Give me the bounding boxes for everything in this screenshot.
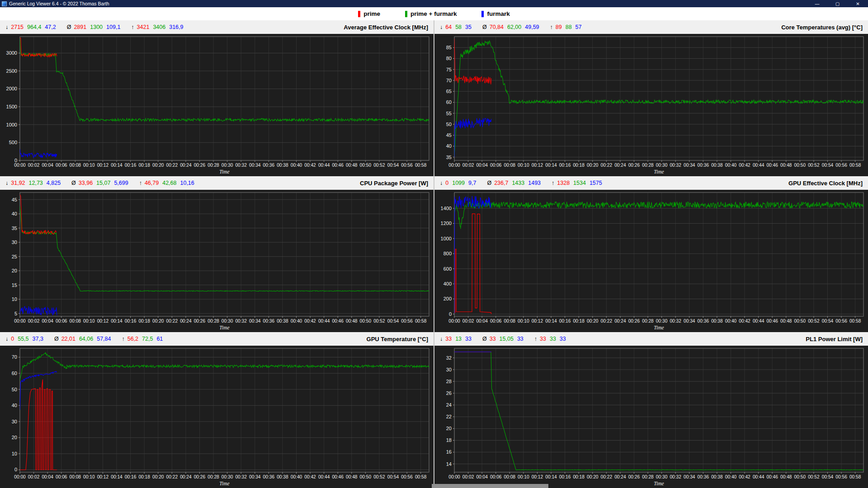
stats-bar: ↓ 2715 964,4 47,2 Ø 2891 1300 109,1 ↑ 34… [5, 24, 187, 30]
svg-text:00:22: 00:22 [601, 474, 613, 479]
stat-value: 1099 [452, 180, 465, 186]
stat-value: 5,699 [114, 180, 128, 186]
svg-text:15: 15 [12, 282, 17, 288]
svg-text:2000: 2000 [6, 86, 17, 91]
svg-text:00:32: 00:32 [235, 163, 247, 168]
stat-value: 42,68 [162, 180, 176, 186]
svg-text:00:36: 00:36 [263, 474, 275, 479]
chart-plot[interactable]: 00:0000:0200:0400:0600:0800:1000:1200:14… [0, 190, 434, 332]
svg-text:00:04: 00:04 [42, 163, 53, 168]
svg-text:25: 25 [12, 254, 17, 259]
svg-text:00:06: 00:06 [56, 163, 67, 168]
svg-text:1200: 1200 [441, 221, 452, 226]
svg-text:00:54: 00:54 [387, 319, 399, 324]
chart-plot[interactable]: 00:0000:0200:0400:0600:0800:1000:1200:14… [434, 34, 868, 176]
svg-text:00:16: 00:16 [125, 163, 137, 168]
svg-text:0: 0 [449, 311, 452, 317]
svg-text:00:56: 00:56 [401, 319, 413, 324]
svg-text:00:38: 00:38 [277, 474, 288, 479]
svg-text:00:16: 00:16 [559, 163, 571, 168]
legend-marker-icon [405, 11, 407, 17]
svg-text:1000: 1000 [6, 122, 17, 127]
chart-plot[interactable]: 00:0000:0200:0400:0600:0800:1000:1200:14… [434, 190, 868, 332]
stat-value: 1328 [557, 180, 570, 186]
svg-text:00:06: 00:06 [56, 474, 67, 479]
svg-text:00:30: 00:30 [222, 474, 233, 479]
svg-text:00:48: 00:48 [780, 319, 792, 324]
stat-value: 9,7 [468, 180, 476, 186]
chart-header: ↓ 0 1099 9,7 Ø 236,7 1433 1493 ↑ 1328 15… [434, 176, 868, 190]
svg-text:00:54: 00:54 [387, 474, 399, 479]
minimize-button[interactable]: — [807, 0, 827, 7]
stat-value: 57,84 [97, 336, 111, 342]
svg-text:00:04: 00:04 [476, 163, 488, 168]
svg-text:00:16: 00:16 [559, 474, 571, 479]
legend-item-prime: prime [358, 10, 380, 17]
svg-text:00:38: 00:38 [711, 319, 723, 324]
max-symbol: ↑ [131, 24, 134, 30]
svg-text:00:02: 00:02 [462, 474, 474, 479]
svg-text:10: 10 [12, 296, 17, 302]
maximize-button[interactable]: ▢ [827, 0, 848, 7]
svg-text:00:18: 00:18 [138, 163, 150, 168]
svg-text:00:44: 00:44 [318, 474, 330, 479]
svg-text:30: 30 [12, 239, 17, 245]
chart-canvas: 00:0000:0200:0400:0600:0800:1000:1200:14… [0, 34, 434, 176]
app-icon [2, 1, 7, 6]
svg-text:00:34: 00:34 [684, 163, 695, 168]
titlebar: Generic Log Viewer 6.4 - © 2022 Thomas B… [0, 0, 868, 7]
svg-text:00:20: 00:20 [152, 163, 164, 168]
svg-text:00:56: 00:56 [401, 163, 413, 168]
svg-text:00:20: 00:20 [587, 319, 599, 324]
svg-text:1500: 1500 [6, 104, 17, 109]
svg-text:400: 400 [443, 281, 452, 286]
chart-plot[interactable]: 00:0000:0200:0400:0600:0800:1000:1200:14… [0, 34, 434, 176]
chart-plot[interactable]: 00:0000:0200:0400:0600:0800:1000:1200:14… [434, 346, 868, 488]
svg-text:45: 45 [446, 132, 452, 138]
svg-text:00:54: 00:54 [822, 163, 834, 168]
svg-text:200: 200 [443, 296, 452, 301]
stat-value: 64,06 [79, 336, 93, 342]
svg-text:00:48: 00:48 [346, 474, 358, 479]
svg-text:00:42: 00:42 [304, 319, 316, 324]
stat-value: 316,9 [169, 24, 183, 30]
svg-text:00:16: 00:16 [125, 474, 137, 479]
window-title: Generic Log Viewer 6.4 - © 2022 Thomas B… [9, 1, 109, 6]
stat-value: 49,59 [525, 24, 539, 30]
chart-header: ↓ 2715 964,4 47,2 Ø 2891 1300 109,1 ↑ 34… [0, 20, 434, 34]
stat-value: 15,07 [96, 180, 110, 186]
svg-text:40: 40 [12, 211, 17, 216]
svg-text:00:52: 00:52 [808, 163, 820, 168]
svg-text:00:34: 00:34 [249, 474, 261, 479]
close-button[interactable]: ✕ [848, 0, 868, 7]
svg-text:00:02: 00:02 [462, 319, 474, 324]
svg-text:85: 85 [446, 45, 452, 50]
svg-text:800: 800 [443, 251, 452, 256]
svg-text:00:52: 00:52 [373, 163, 385, 168]
charts-grid: ↓ 2715 964,4 47,2 Ø 2891 1300 109,1 ↑ 34… [0, 20, 868, 488]
svg-text:00:56: 00:56 [401, 474, 413, 479]
svg-text:50: 50 [446, 122, 452, 127]
svg-text:00:34: 00:34 [684, 474, 695, 479]
svg-text:00:04: 00:04 [42, 319, 53, 324]
svg-text:00:14: 00:14 [111, 474, 123, 479]
svg-text:00:50: 00:50 [794, 319, 806, 324]
svg-text:00:20: 00:20 [152, 319, 164, 324]
chart-header: ↓ 64 58 35 Ø 70,84 62,00 49,59 ↑ 89 88 5… [434, 20, 868, 34]
stat-value: 3406 [153, 24, 165, 30]
chart-panel-pl1-power-limit: ↓ 33 13 33 Ø 33 15,05 33 ↑ 33 33 33 PL1 … [434, 332, 868, 488]
svg-text:00:58: 00:58 [415, 319, 427, 324]
svg-text:00:10: 00:10 [518, 319, 529, 324]
svg-text:00:58: 00:58 [849, 474, 861, 479]
svg-text:00:22: 00:22 [166, 319, 178, 324]
svg-text:00:48: 00:48 [780, 163, 792, 168]
svg-text:00:00: 00:00 [448, 319, 460, 324]
chart-plot[interactable]: 00:0000:0200:0400:0600:0800:1000:1200:14… [0, 346, 434, 488]
chart-title: Average Effective Clock [MHz] [344, 24, 428, 31]
svg-text:00:12: 00:12 [97, 319, 109, 324]
legend-label: prime + furmark [410, 10, 457, 17]
stat-value: 0 [445, 180, 448, 186]
stat-value: 37,3 [33, 336, 43, 342]
stat-value: 33,96 [79, 180, 93, 186]
svg-text:00:16: 00:16 [559, 319, 571, 324]
